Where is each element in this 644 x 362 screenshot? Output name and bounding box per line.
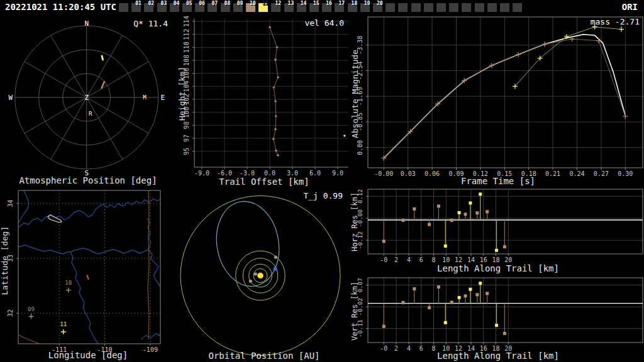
frame-box-label: 19 — [364, 1, 370, 6]
frame-box[interactable]: 01 — [131, 3, 141, 12]
compass-west: W — [8, 94, 13, 102]
frame-box[interactable]: 02 — [144, 3, 153, 12]
planet-dot — [274, 256, 277, 259]
frame-box[interactable]: 03 — [157, 3, 167, 12]
svg-text:6.0: 6.0 — [309, 170, 321, 177]
station-label: 10 — [65, 280, 72, 286]
svg-text:12: 12 — [455, 256, 462, 263]
vert-res-panel: -024681012141618200.07-0.02-0.11 Vert Re… — [352, 273, 644, 362]
frame-box[interactable]: 15 — [309, 3, 319, 12]
frame-box[interactable] — [487, 3, 497, 12]
svg-text:110: 110 — [183, 41, 190, 53]
compass-north: N — [84, 19, 89, 28]
frame-box-label: 10 — [250, 1, 256, 6]
frame-box[interactable] — [119, 3, 128, 12]
frame-box[interactable]: 11 — [258, 3, 268, 12]
frame-box[interactable] — [500, 3, 509, 12]
frame-box-label: 07 — [211, 1, 218, 6]
svg-text:-9.0: -9.0 — [194, 170, 209, 177]
svg-text:2: 2 — [394, 256, 398, 263]
frame-box[interactable]: 07 — [208, 3, 217, 12]
residual-point — [450, 219, 453, 222]
frame-box[interactable]: 20 — [373, 3, 382, 12]
frame-box-label: 16 — [326, 1, 332, 6]
svg-text:-6.0: -6.0 — [217, 170, 232, 177]
frame-box[interactable]: 04 — [170, 3, 179, 12]
orbit-caption: Orbital Position [AU] — [176, 351, 352, 361]
svg-text:0.0: 0.0 — [264, 170, 275, 177]
frame-box[interactable]: 08 — [221, 3, 230, 12]
frame-box-label: 12 — [275, 1, 281, 6]
residual-point — [495, 249, 498, 252]
svg-text:95: 95 — [183, 148, 190, 155]
station-label: 09 — [28, 306, 35, 312]
frame-box[interactable]: 05 — [182, 3, 192, 12]
svg-text:16: 16 — [480, 256, 487, 263]
residual-point — [486, 210, 489, 213]
residual-point — [413, 287, 416, 290]
frame-box[interactable]: 17 — [335, 3, 344, 12]
latitude-axis-label: Latitude [deg] — [0, 226, 9, 295]
tisserand-annotation: T_j 0.99 — [303, 191, 343, 200]
magnitude-axis-label: Absolute Magnitude — [350, 50, 360, 138]
frame-box[interactable]: 09 — [233, 3, 243, 12]
earth-dot — [274, 267, 277, 271]
svg-text:6: 6 — [419, 256, 423, 263]
frame-box[interactable] — [436, 3, 446, 12]
frame-box[interactable] — [386, 3, 395, 12]
svg-text:0.00: 0.00 — [357, 140, 364, 155]
station-label: 11 — [60, 321, 67, 327]
planet-dot — [249, 280, 252, 283]
svg-text:10: 10 — [442, 256, 450, 263]
frame-box[interactable]: 16 — [322, 3, 331, 12]
svg-text:8: 8 — [431, 256, 435, 263]
atmospheric-position-chart: NESWZMR — [0, 15, 176, 189]
orbit-chart — [176, 189, 352, 362]
zenith-label: Z — [84, 94, 89, 102]
frame-box[interactable]: 19 — [360, 3, 370, 12]
residual-point — [464, 294, 467, 297]
polar-caption: Atmospheric Position [deg] — [0, 175, 176, 185]
frame-box[interactable]: 18 — [348, 3, 357, 12]
timestamp: 20221021 11:20:45 UTC — [5, 2, 116, 12]
frame-box-label: 03 — [161, 1, 167, 6]
frame-box[interactable]: 14 — [297, 3, 306, 12]
residual-point — [413, 207, 416, 211]
frame-box[interactable] — [475, 3, 484, 12]
residual-point — [401, 301, 404, 304]
frame-box[interactable] — [398, 3, 408, 12]
frame-box[interactable] — [449, 3, 458, 12]
svg-text:34: 34 — [7, 200, 14, 207]
frame-box-label: 18 — [352, 1, 358, 6]
residual-point — [475, 293, 479, 296]
frame-box-label: 02 — [148, 1, 154, 6]
frame-box[interactable] — [462, 3, 471, 12]
svg-text:112: 112 — [183, 29, 190, 40]
residual-point — [464, 212, 467, 216]
frame-box[interactable] — [411, 3, 421, 12]
residual-point — [503, 332, 506, 335]
residual-point — [458, 296, 461, 299]
residual-point — [475, 211, 479, 214]
svg-text:32: 32 — [7, 309, 14, 317]
trail-offset-panel: -9.0-6.0-3.00.03.06.09.01141121101081061… — [176, 15, 352, 189]
residual-point — [458, 211, 461, 214]
orbit-panel: T_j 0.99 Orbital Position [AU] — [176, 189, 352, 362]
frame-box[interactable] — [513, 3, 522, 12]
residual-point — [469, 201, 472, 204]
svg-text:114: 114 — [183, 16, 190, 27]
sun-dot — [258, 273, 264, 278]
light-curve-chart: -0.000.030.060.090.120.150.180.210.240.2… — [352, 15, 644, 189]
residual-point — [495, 324, 498, 327]
residual-point — [382, 325, 386, 328]
vert-res-caption: Length Along Trail [km] — [352, 351, 644, 361]
frame-box-label: 20 — [377, 1, 383, 6]
frame-box[interactable] — [424, 3, 433, 12]
frame-box[interactable]: 13 — [284, 3, 294, 12]
residual-point — [428, 306, 431, 309]
frame-box[interactable]: 06 — [195, 3, 204, 12]
frame-box[interactable]: 10 — [246, 3, 255, 12]
light-curve-panel: -0.000.030.060.090.120.150.180.210.240.2… — [352, 15, 644, 189]
frame-box-label: 04 — [174, 1, 180, 6]
frame-box[interactable]: 12 — [271, 3, 280, 12]
